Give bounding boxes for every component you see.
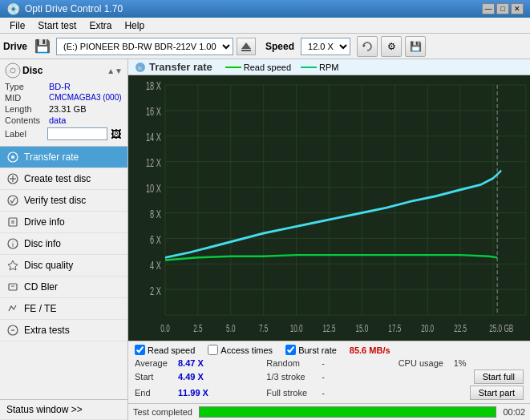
nav-disc-quality[interactable]: Disc quality: [0, 255, 127, 277]
stat-1-3-stroke-row: 1/3 stroke -: [266, 370, 391, 384]
svg-text:≈: ≈: [138, 64, 142, 72]
nav-disc-info[interactable]: i Disc info: [0, 233, 127, 255]
menu-extra[interactable]: Extra: [83, 18, 118, 33]
svg-text:20.0: 20.0: [421, 322, 434, 333]
burst-rate-checkbox-text: Burst rate: [298, 345, 337, 355]
disc-mid-row: MID CMCMAGBA3 (000): [5, 93, 123, 103]
svg-text:7.5: 7.5: [259, 322, 268, 333]
chart-container: 18 X 16 X 14 X 12 X 10 X 8 X 6 X 4 X 2 X…: [128, 75, 530, 341]
disc-arrows[interactable]: ▲▼: [107, 67, 123, 75]
nav-fe-te[interactable]: FE / TE: [0, 298, 127, 320]
nav-verify-test-disc[interactable]: Verify test disc: [0, 190, 127, 212]
create-test-disc-icon: [6, 172, 19, 185]
read-speed-checkbox-label[interactable]: Read speed: [135, 345, 195, 355]
chart-icon: ≈: [135, 62, 146, 73]
svg-text:8 X: 8 X: [150, 208, 161, 221]
legend-rpm-label: RPM: [319, 63, 338, 72]
settings-button[interactable]: ⚙: [381, 36, 402, 57]
drive-label: Drive: [3, 41, 27, 52]
progress-bar-inner: [200, 407, 496, 417]
chart-title: Transfer rate: [149, 61, 212, 73]
start-part-row: Start part: [399, 386, 524, 400]
progress-bar-outer: [199, 406, 496, 418]
read-speed-checkbox-text: Read speed: [148, 345, 195, 355]
menu-bar: File Start test Extra Help: [0, 18, 530, 34]
disc-header: Disc ▲▼: [5, 63, 123, 79]
svg-text:25.0 GB: 25.0 GB: [489, 322, 513, 333]
nav-verify-test-disc-label: Verify test disc: [24, 195, 86, 206]
svg-rect-18: [9, 284, 17, 290]
cd-bler-icon: [6, 281, 19, 293]
access-times-checkbox-label[interactable]: Access times: [208, 345, 273, 355]
stat-average-row: Average 8.47 X: [135, 358, 260, 368]
nav-cd-bler[interactable]: CD Bler: [0, 277, 127, 298]
refresh-button[interactable]: [357, 36, 378, 57]
close-button[interactable]: ✕: [511, 3, 524, 14]
drive-info-icon: [6, 216, 19, 228]
svg-text:17.5: 17.5: [388, 322, 401, 333]
nav-fe-te-label: FE / TE: [24, 303, 56, 314]
status-window-button[interactable]: Status window >>: [0, 400, 127, 420]
status-window-label: Status window >>: [6, 404, 83, 415]
svg-text:18 X: 18 X: [146, 79, 161, 93]
progress-time: 00:02: [503, 407, 525, 417]
nav-extra-tests[interactable]: Extra tests: [0, 320, 127, 341]
verify-test-disc-icon: [6, 194, 19, 207]
burst-rate-checkbox-label[interactable]: Burst rate: [285, 345, 337, 355]
minimize-button[interactable]: —: [482, 3, 495, 14]
stats-area: Read speed Access times Burst rate 85.6 …: [128, 341, 530, 403]
svg-text:16 X: 16 X: [146, 105, 161, 119]
eject-icon: [241, 41, 252, 52]
legend-rpm: RPM: [301, 63, 338, 72]
menu-start-test[interactable]: Start test: [31, 18, 83, 33]
fe-te-icon: [6, 302, 19, 315]
svg-marker-0: [241, 42, 251, 49]
svg-point-11: [8, 196, 18, 205]
chart-legend: Read speed RPM: [225, 63, 339, 72]
transfer-rate-icon: [6, 151, 19, 164]
main-layout: Disc ▲▼ Type BD-R MID CMCMAGBA3 (000) Le…: [0, 59, 530, 420]
status-text: Test completed: [133, 407, 192, 417]
svg-text:5.0: 5.0: [226, 322, 235, 333]
nav-transfer-rate[interactable]: Transfer rate: [0, 147, 127, 168]
disc-info-icon: i: [6, 237, 19, 250]
start-part-button[interactable]: Start part: [470, 386, 524, 400]
svg-rect-12: [9, 218, 17, 226]
svg-point-7: [11, 155, 14, 159]
nav-drive-info[interactable]: Drive info: [0, 212, 127, 233]
disc-panel: Disc ▲▼ Type BD-R MID CMCMAGBA3 (000) Le…: [0, 59, 127, 147]
stats-checkboxes: Read speed Access times Burst rate 85.6 …: [135, 345, 524, 355]
legend-read-speed-label: Read speed: [244, 63, 291, 72]
speed-select[interactable]: 12.0 X 1.0 X2.0 X4.0 X 6.0 X8.0 X10.0 X …: [301, 38, 350, 55]
eject-button[interactable]: [237, 38, 256, 55]
label-browse-button[interactable]: 🖼: [109, 127, 123, 141]
app-icon: 💿: [6, 2, 20, 15]
stat-full-stroke-row: Full stroke -: [266, 386, 391, 400]
disc-icon: [5, 63, 21, 79]
legend-read-speed: Read speed: [225, 63, 291, 72]
access-times-checkbox-text: Access times: [220, 345, 273, 355]
drive-select[interactable]: (E:) PIONEER BD-RW BDR-212V 1.00: [56, 38, 233, 55]
maximize-button[interactable]: □: [496, 3, 509, 14]
burst-rate-checkbox[interactable]: [285, 345, 296, 355]
drive-icon: 💾: [34, 38, 51, 55]
svg-rect-1: [241, 50, 251, 51]
bottom-section: Status window >>: [0, 399, 127, 420]
start-full-button[interactable]: Start full: [474, 370, 524, 384]
access-times-checkbox[interactable]: [208, 345, 218, 355]
save-button[interactable]: 💾: [405, 36, 426, 57]
legend-read-speed-color: [225, 67, 241, 68]
svg-text:6 X: 6 X: [150, 233, 161, 247]
nav-create-test-disc[interactable]: Create test disc: [0, 168, 127, 190]
transfer-rate-chart: 18 X 16 X 14 X 12 X 10 X 8 X 6 X 4 X 2 X…: [128, 79, 530, 341]
nav-disc-quality-label: Disc quality: [24, 260, 73, 271]
label-input[interactable]: [47, 127, 107, 140]
read-speed-checkbox[interactable]: [135, 345, 145, 355]
speed-label: Speed: [265, 41, 294, 52]
stat-cpu-row: CPU usage 1%: [399, 358, 524, 368]
content-area: ≈ Transfer rate Read speed RPM: [128, 59, 530, 420]
progress-area: Test completed 00:02: [128, 403, 530, 420]
menu-help[interactable]: Help: [118, 18, 151, 33]
disc-quality-icon: [6, 259, 19, 272]
menu-file[interactable]: File: [3, 18, 31, 33]
